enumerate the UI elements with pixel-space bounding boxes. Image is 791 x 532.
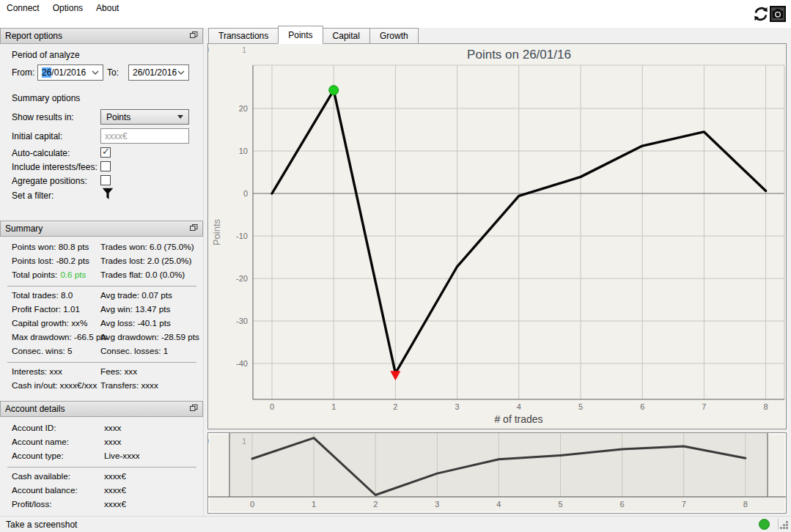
max-point-marker [329, 86, 339, 95]
svg-text:-20: -20 [236, 274, 248, 283]
tab-capital[interactable]: Capital [323, 28, 370, 44]
svg-text:0: 0 [250, 500, 254, 509]
top-strip: Connect Options About [0, 0, 791, 28]
from-date-input[interactable]: 26/01/2016 [37, 64, 103, 81]
report-options-title: Report options [5, 31, 62, 41]
status-bar: Take a screenshot [0, 516, 791, 532]
screenshot-button[interactable] [770, 6, 786, 22]
summary-trades-flat: Trades flat: 0.0 (0.0%) [100, 270, 185, 279]
summary-avg-trade: Avg trade: 0.07 pts [100, 290, 172, 300]
svg-text:8: 8 [764, 402, 768, 411]
overview-chart-canvas[interactable]: 01234567801 [208, 433, 786, 513]
svg-text:-10: -10 [236, 232, 248, 240]
svg-text:1: 1 [242, 45, 246, 54]
account-details-header: Account details [0, 401, 203, 417]
summary-consec-losses: Consec. losses: 1 [100, 346, 168, 355]
summary-transfers: Transfers: xxxx [100, 380, 158, 390]
summary-avg-loss: Avg loss: -40.1 pts [100, 318, 171, 328]
include-interests-checkbox[interactable] [100, 161, 111, 171]
total-points-value: 0.6 pts [60, 270, 86, 279]
menu-bar: Connect Options About [0, 0, 125, 16]
account-balance-value: xxxx€ [104, 485, 126, 495]
svg-text:1: 1 [331, 402, 336, 411]
summary-divider [7, 286, 196, 287]
summary-avg-win: Avg win: 13.47 pts [100, 304, 170, 314]
tab-points[interactable]: Points [278, 26, 323, 44]
summary-divider [7, 362, 196, 363]
cash-available-label: Cash available: [12, 471, 70, 481]
from-date-rest: /01/2016 [51, 67, 86, 78]
summary-points-won: Points won: 80.8 pts [12, 242, 89, 251]
summary-cash-in-out: Cash in/out: xxxx€/xxx [12, 380, 97, 390]
to-date-value: 26/01/2016 [133, 67, 177, 78]
svg-text:4: 4 [517, 402, 521, 411]
svg-text:0: 0 [243, 189, 248, 198]
include-interests-label: Include interests/fees: [12, 162, 98, 172]
svg-text:2: 2 [373, 500, 378, 509]
summary-fees: Fees: xxx [100, 366, 137, 376]
summary-trades-lost: Trades lost: 2.0 (25.0%) [100, 256, 191, 265]
show-results-select[interactable]: Points [100, 109, 189, 125]
period-section-label: Period of analyze [12, 50, 80, 60]
report-options-header: Report options [0, 28, 203, 44]
cash-available-value: xxxx€ [104, 471, 126, 481]
account-details-title: Account details [5, 404, 65, 414]
menu-options[interactable]: Options [46, 0, 89, 16]
y-axis-label: Points [211, 218, 222, 245]
float-panel-icon[interactable] [190, 223, 198, 234]
chevron-down-icon[interactable] [177, 70, 185, 75]
svg-text:7: 7 [702, 402, 706, 411]
resize-grip-icon[interactable] [786, 527, 788, 529]
filter-icon[interactable] [102, 188, 114, 202]
float-panel-icon[interactable] [190, 404, 198, 414]
connection-status-dot [759, 519, 770, 530]
initial-capital-input[interactable] [100, 128, 189, 144]
x-axis-label: # of trades [494, 413, 542, 425]
to-label: To: [107, 67, 119, 78]
account-name-value: xxxx [104, 437, 121, 446]
refresh-icon [753, 14, 769, 24]
initial-capital-label: Initial capital: [12, 131, 62, 141]
tab-growth[interactable]: Growth [369, 28, 419, 44]
svg-text:8: 8 [743, 500, 748, 509]
from-day-selected: 26 [42, 67, 51, 78]
svg-text:5: 5 [578, 402, 583, 411]
summary-total-trades: Total trades: 8.0 [12, 290, 73, 300]
svg-text:2: 2 [393, 402, 397, 411]
profit-loss-value: xxxx€ [104, 499, 126, 509]
points-chart-panel: Points on 26/01/16 20100-10-20-30-400123… [207, 43, 787, 429]
svg-text:0: 0 [208, 45, 209, 54]
summary-consec-wins: Consec. wins: 5 [12, 346, 73, 355]
account-balance-label: Account balance: [12, 485, 78, 495]
svg-text:3: 3 [455, 402, 460, 411]
summary-max-drawdown: Max drawdown: -66.5 pts [12, 332, 108, 341]
float-panel-icon[interactable] [190, 31, 198, 41]
tab-transactions[interactable]: Transactions [208, 28, 279, 44]
status-separator [778, 519, 779, 530]
refresh-button[interactable] [753, 6, 769, 22]
agregate-positions-label: Agregate positions: [12, 176, 87, 186]
overview-chart-panel: 01234567801 [207, 432, 787, 514]
auto-calculate-label: Auto-calculate: [12, 148, 70, 158]
left-panel: Report options Period of analyze From: 2… [0, 28, 204, 516]
svg-text:7: 7 [682, 500, 686, 509]
summary-options-label: Summary options [12, 93, 80, 103]
profit-loss-label: Profit/loss: [12, 499, 52, 509]
svg-text:10: 10 [239, 147, 248, 155]
menu-about[interactable]: About [89, 0, 125, 16]
summary-interests: Interests: xxx [12, 366, 62, 376]
svg-text:-30: -30 [236, 317, 248, 325]
svg-text:6: 6 [620, 500, 625, 509]
menu-connect[interactable]: Connect [0, 0, 46, 16]
main-chart-canvas[interactable]: 20100-10-20-30-40012345678# of tradesPoi… [208, 44, 786, 429]
summary-title: Summary [5, 223, 43, 234]
show-results-label: Show results in: [12, 112, 74, 122]
agregate-positions-checkbox[interactable] [100, 175, 111, 185]
min-point-marker [390, 371, 400, 380]
to-date-input[interactable]: 26/01/2016 [128, 64, 189, 81]
auto-calculate-checkbox[interactable] [100, 147, 111, 158]
summary-avg-drawdown: Avg drawdown: -28.59 pts [100, 332, 199, 341]
chevron-down-icon[interactable] [92, 70, 99, 75]
svg-text:5: 5 [558, 500, 562, 509]
take-screenshot-button[interactable]: Take a screenshot [6, 520, 77, 530]
